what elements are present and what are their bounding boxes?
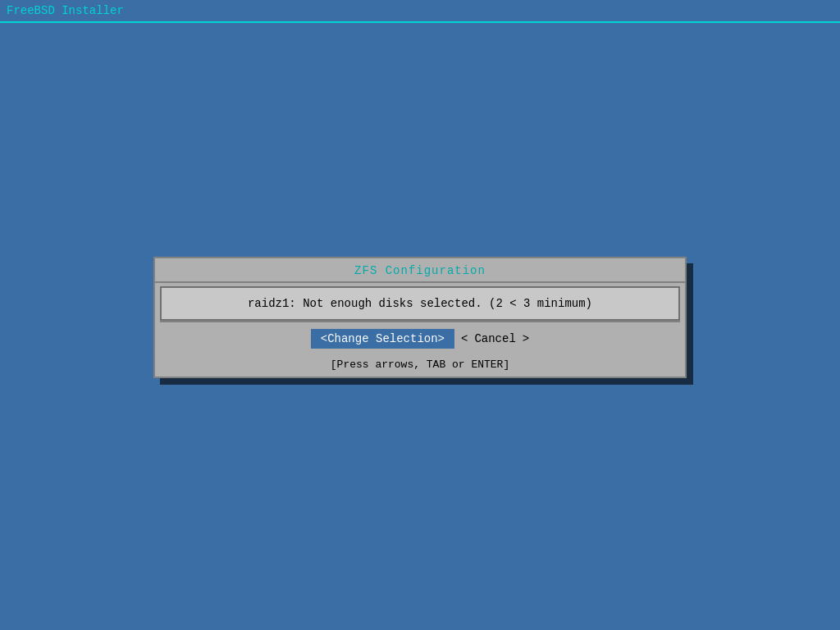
dialog-box: ZFS Configuration raidz1: Not enough dis… xyxy=(153,257,687,378)
cancel-wrapper: < Cancel > xyxy=(461,332,529,345)
dialog-message-area: raidz1: Not enough disks selected. (2 < … xyxy=(160,286,680,321)
app-title: FreeBSD Installer xyxy=(7,4,124,17)
cancel-right-bracket: > xyxy=(523,332,529,345)
dialog-hint: [Press arrows, TAB or ENTER] xyxy=(331,358,509,371)
title-bar: FreeBSD Installer xyxy=(0,0,840,23)
dialog-container: ZFS Configuration raidz1: Not enough dis… xyxy=(153,257,687,378)
cancel-button[interactable]: Cancel xyxy=(468,332,522,345)
dialog-title: ZFS Configuration xyxy=(354,264,486,277)
dialog-buttons-area: <Change Selection> < Cancel > xyxy=(155,322,685,354)
cancel-left-bracket: < xyxy=(461,332,468,345)
dialog-title-bar: ZFS Configuration xyxy=(155,258,685,283)
change-selection-button[interactable]: <Change Selection> xyxy=(311,329,454,349)
dialog-message: raidz1: Not enough disks selected. (2 < … xyxy=(248,297,592,310)
dialog-hint-bar: [Press arrows, TAB or ENTER] xyxy=(155,354,685,377)
